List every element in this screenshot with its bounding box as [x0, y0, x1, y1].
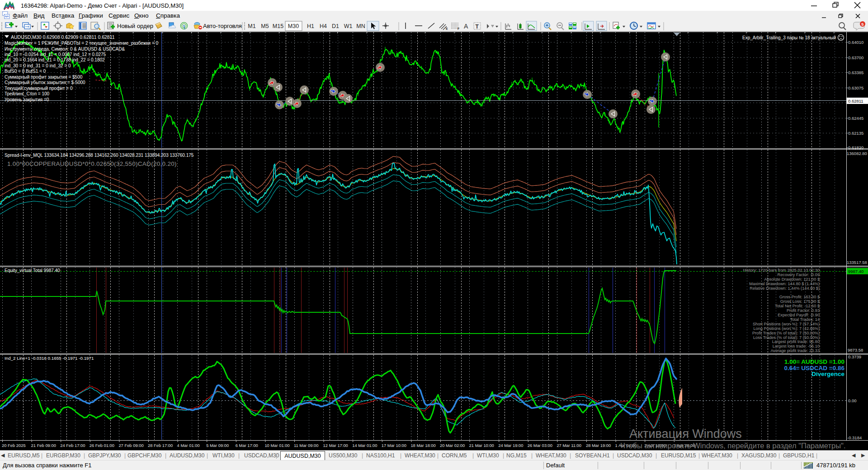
svg-text:0.00: 0.00 [848, 398, 857, 403]
svg-text:Spread-I-env_MQL 133634.184 13: Spread-I-env_MQL 133634.184 134296.288 1… [5, 153, 194, 158]
svg-text:Loss Trades (% of total): 7 (5: Loss Trades (% of total): 7 (50.00%) [753, 335, 820, 340]
svg-text:4 Mar 01:00: 4 Mar 01:00 [177, 443, 200, 448]
svg-text:ind_20 = 0.1664 ind_21 = 0.173: ind_20 = 0.1664 ind_21 = 0.1738 ind_22 =… [5, 57, 105, 62]
svg-text:21 Mar 10:00: 21 Mar 10:00 [469, 443, 494, 448]
svg-text:Expected Payoff: -0.90: Expected Payoff: -0.90 [778, 313, 820, 317]
svg-text:6 Mar 17:00: 6 Mar 17:00 [236, 443, 258, 448]
svg-text:12 Mar 17:00: 12 Mar 17:00 [323, 443, 348, 448]
svg-text:Divergence: Divergence [811, 371, 844, 377]
svg-text:Суммарный профит закрытия = $5: Суммарный профит закрытия = $500 [5, 75, 83, 80]
svg-text:Total Trades: 14: Total Trades: 14 [790, 317, 820, 322]
svg-text:0.3739: 0.3739 [848, 354, 861, 359]
svg-text:Long Positions (won %): 7 (42.: Long Positions (won %): 7 (42.86%) [753, 326, 820, 331]
svg-text:Суммарный убыток закрытия = $-: Суммарный убыток закрытия = $-5000 [5, 80, 85, 85]
svg-text:14 Mar 01:00: 14 Mar 01:00 [352, 443, 377, 448]
svg-text:136082.80: 136082.80 [847, 151, 867, 156]
svg-text:ind_10 = -0.0254 ind_11 = 0.00: ind_10 = -0.0254 ind_11 = 0.0007 ind_12 … [5, 52, 106, 57]
svg-text:20 Mar 02:00: 20 Mar 02:00 [440, 443, 465, 448]
svg-text:Absolute Drawdown: 121.00 $: Absolute Drawdown: 121.00 $ [764, 277, 820, 282]
svg-text:1.00= AUDUSD =1.00: 1.00= AUDUSD =1.00 [784, 358, 844, 365]
svg-text:0.63385: 0.63385 [848, 70, 863, 75]
svg-text:Активация Windows: Активация Windows [629, 427, 742, 441]
svg-text:Largest loss trade: -55.10: Largest loss trade: -55.10 [773, 344, 820, 348]
svg-text:Ind_2 Line+1 -0.0316 0.1655 -0: Ind_2 Line+1 -0.0316 0.1655 -0.1971 -0.1… [5, 356, 94, 361]
svg-text:0.63700: 0.63700 [848, 55, 863, 60]
svg-text:17 Mar 10:00: 17 Mar 10:00 [382, 443, 406, 448]
svg-text:Gross Loss: 175.90 $: Gross Loss: 175.90 $ [780, 299, 820, 304]
svg-text:0.64010: 0.64010 [848, 40, 863, 45]
svg-text:0.62445: 0.62445 [848, 116, 863, 121]
svg-text:20 Feb 2025: 20 Feb 2025 [2, 443, 26, 448]
svg-text:MagicNumber = 1 РЕЖИМ_РАБОТЫ =: MagicNumber = 1 РЕЖИМ_РАБОТЫ = 2 текущее… [5, 41, 159, 46]
svg-text:26 Mar 03:00: 26 Mar 03:00 [528, 443, 552, 448]
svg-text:Чтобы активировать Windows, пе: Чтобы активировать Windows, перейдите в … [620, 442, 845, 450]
svg-text:27 Mar 11:00: 27 Mar 11:00 [557, 443, 581, 448]
svg-text:0.63075: 0.63075 [848, 85, 863, 90]
svg-text:0.62811: 0.62811 [848, 99, 863, 103]
svg-text:5 Mar 09:00: 5 Mar 09:00 [206, 443, 229, 448]
svg-text:Exp_Arbitr_Trailing_3 пары № 1: Exp_Arbitr_Trailing_3 пары № 18 актуальн… [742, 35, 836, 40]
svg-text:Recovery Factor: -0.09: Recovery Factor: -0.09 [778, 273, 820, 277]
svg-text:9987.40: 9987.40 [848, 269, 863, 274]
svg-text:10 Mar 01:00: 10 Mar 01:00 [264, 443, 289, 448]
svg-text:Relative Drawdown: 1.44% (144.: Relative Drawdown: 1.44% (144.80 $) [750, 286, 820, 291]
svg-text:Profit Trades (% of total): 7: Profit Trades (% of total): 7 (50.00%) [752, 331, 820, 335]
svg-text:Трейлинг_Стоп = 100: Трейлинг_Стоп = 100 [5, 91, 50, 96]
svg-text:AUDUSD,M30 0.62908 0.62909 0.: AUDUSD,M30 0.62908 0.62909 0.62811 0.628… [11, 34, 115, 40]
svg-text:26 Feb 01:00: 26 Feb 01:00 [90, 443, 114, 448]
svg-text:Текущий суммарный профит = 0: Текущий суммарный профит = 0 [5, 86, 73, 91]
svg-text:21 Feb 09:00: 21 Feb 09:00 [31, 443, 56, 448]
svg-text:24 Mar 19:00: 24 Mar 19:00 [498, 443, 523, 448]
svg-text:0.62135: 0.62135 [848, 131, 863, 136]
svg-text:Инструменты спреда, Символ: 0: Инструменты спреда, Символ: 0 & AUDUSD &… [5, 47, 125, 52]
svg-text:18 Mar 18:00: 18 Mar 18:00 [410, 443, 435, 448]
svg-text:24 Feb 17:00: 24 Feb 17:00 [60, 443, 85, 448]
svg-text:Short Positions (won %): 7 (57: Short Positions (won %): 7 (57.14%) [753, 322, 820, 326]
svg-text:Profit Factor: 0.93: Profit Factor: 0.93 [787, 308, 820, 313]
svg-text:ind_30 = 0 ind_31 = 0 ind_32 =: ind_30 = 0 ind_31 = 0 ind_32 = 0 [5, 63, 71, 68]
svg-text:Gross Profit: 163.30 $: Gross Profit: 163.30 $ [779, 295, 820, 299]
svg-text:-0.3184: -0.3184 [847, 435, 862, 440]
svg-text:27 Feb 09:00: 27 Feb 09:00 [118, 443, 143, 448]
svg-text:133517.58: 133517.58 [847, 260, 867, 265]
svg-text:BufS0 = 0 BufS1 = 0: BufS0 = 0 BufS1 = 0 [5, 69, 46, 74]
svg-text:Largest profit trade: 95.80: Largest profit trade: 95.80 [772, 339, 820, 344]
svg-text:0.61820: 0.61820 [848, 145, 863, 150]
svg-text:1.00*00COPPERAUDUSD*0*0.02650(: 1.00*00COPPERAUDUSD*0*0.02650(32,550)CAD… [7, 160, 177, 167]
svg-text:28 Feb 17:00: 28 Feb 17:00 [148, 443, 173, 448]
svg-text:28 Mar 19:00: 28 Mar 19:00 [586, 443, 611, 448]
svg-text:Equity_virtual Total 9987.40: Equity_virtual Total 9987.40 [5, 268, 60, 273]
svg-text:Maximal Drawdown: 144.80 $ (1.: Maximal Drawdown: 144.80 $ (1.44%) [749, 282, 820, 286]
svg-text:9873.58: 9873.58 [848, 348, 863, 352]
svg-text:11 Mar 09:00: 11 Mar 09:00 [294, 443, 319, 448]
svg-text:Average profit trade: 23.33: Average profit trade: 23.33 [770, 348, 820, 353]
svg-text:History: 1720 bars from 2025.0: History: 1720 bars from 2025.02.13 02:30 [743, 268, 820, 273]
svg-text:Total Net Profit: -12.60 $: Total Net Profit: -12.60 $ [775, 304, 820, 308]
svg-text:Уровень закрытия =0: Уровень закрытия =0 [5, 97, 49, 102]
